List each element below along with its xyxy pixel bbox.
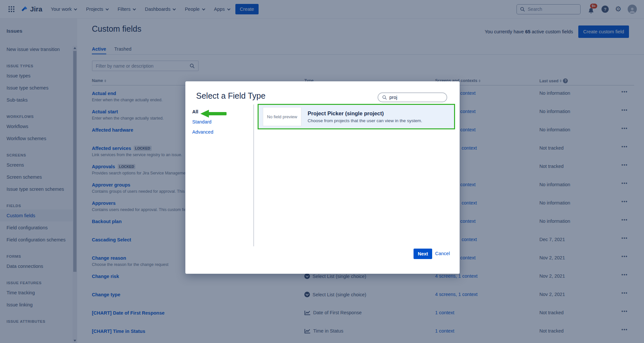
- result-description: Choose from projects that the user can v…: [308, 118, 422, 123]
- no-field-preview-label: No field preview: [267, 114, 297, 119]
- cancel-button[interactable]: Cancel: [435, 251, 450, 256]
- result-text: Project Picker (single project) Choose f…: [308, 110, 422, 123]
- search-icon: [382, 95, 387, 100]
- modal-title: Select a Field Type: [196, 91, 265, 101]
- result-title: Project Picker (single project): [308, 110, 422, 117]
- next-button[interactable]: Next: [414, 249, 432, 259]
- category-standard[interactable]: Standard: [192, 119, 213, 124]
- modal-search-value: proj: [389, 95, 397, 100]
- category-advanced[interactable]: Advanced: [192, 129, 213, 135]
- field-type-categories: AllStandardAdvanced: [192, 109, 213, 139]
- field-type-result-project-picker[interactable]: No field preview Project Picker (single …: [258, 104, 455, 129]
- category-all[interactable]: All: [192, 109, 213, 114]
- select-field-type-modal: Select a Field Type proj AllStandardAdva…: [185, 81, 460, 274]
- field-preview-box: No field preview: [263, 107, 301, 126]
- modal-search-input[interactable]: proj: [378, 92, 447, 102]
- modal-divider: [253, 105, 254, 246]
